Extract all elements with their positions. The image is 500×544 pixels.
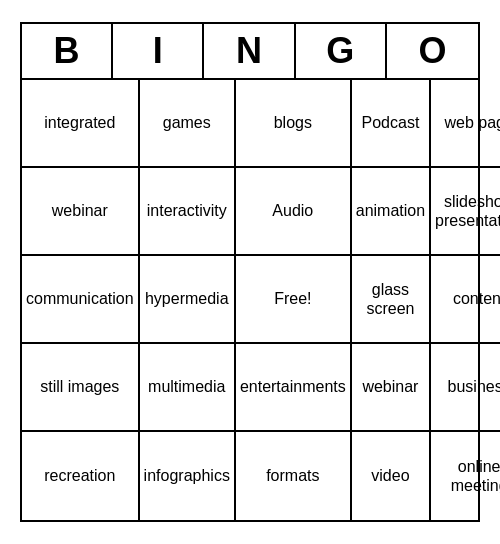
cell-text: content xyxy=(453,289,500,308)
cell-text: multimedia xyxy=(148,377,225,396)
cell-text: blogs xyxy=(274,113,312,132)
cell-text: Free! xyxy=(274,289,311,308)
bingo-cell: interactivity xyxy=(140,168,236,256)
header-letter: G xyxy=(296,24,387,78)
bingo-cell: glass screen xyxy=(352,256,431,344)
bingo-cell: multimedia xyxy=(140,344,236,432)
cell-text: animation xyxy=(356,201,425,220)
cell-text: webinar xyxy=(52,201,108,220)
bingo-cell: blogs xyxy=(236,80,352,168)
cell-text: web page xyxy=(444,113,500,132)
bingo-cell: recreation xyxy=(22,432,140,520)
cell-text: still images xyxy=(40,377,119,396)
bingo-cell: communication xyxy=(22,256,140,344)
cell-text: glass screen xyxy=(356,280,425,318)
cell-text: Podcast xyxy=(362,113,420,132)
bingo-card: BINGO integratedgamesblogsPodcastweb pag… xyxy=(20,22,480,522)
cell-text: games xyxy=(163,113,211,132)
header-letter: N xyxy=(204,24,295,78)
cell-text: business xyxy=(448,377,500,396)
bingo-cell: content xyxy=(431,256,500,344)
bingo-cell: animation xyxy=(352,168,431,256)
cell-text: Audio xyxy=(272,201,313,220)
bingo-cell: games xyxy=(140,80,236,168)
bingo-cell: still images xyxy=(22,344,140,432)
bingo-cell: formats xyxy=(236,432,352,520)
cell-text: video xyxy=(371,466,409,485)
cell-text: webinar xyxy=(362,377,418,396)
bingo-cell: business xyxy=(431,344,500,432)
cell-text: formats xyxy=(266,466,319,485)
bingo-cell: web page xyxy=(431,80,500,168)
header-letter: B xyxy=(22,24,113,78)
cell-text: interactivity xyxy=(147,201,227,220)
cell-text: communication xyxy=(26,289,134,308)
cell-text: recreation xyxy=(44,466,115,485)
cell-text: slideshow presentation xyxy=(435,192,500,230)
cell-text: entertainments xyxy=(240,377,346,396)
bingo-cell: online meeting xyxy=(431,432,500,520)
cell-text: infographics xyxy=(144,466,230,485)
bingo-cell: Audio xyxy=(236,168,352,256)
bingo-header: BINGO xyxy=(22,24,478,80)
bingo-cell: infographics xyxy=(140,432,236,520)
cell-text: hypermedia xyxy=(145,289,229,308)
bingo-grid: integratedgamesblogsPodcastweb pagewebin… xyxy=(22,80,478,520)
cell-text: online meeting xyxy=(435,457,500,495)
bingo-cell: video xyxy=(352,432,431,520)
bingo-cell: webinar xyxy=(352,344,431,432)
bingo-cell: Podcast xyxy=(352,80,431,168)
bingo-cell: integrated xyxy=(22,80,140,168)
bingo-cell: slideshow presentation xyxy=(431,168,500,256)
header-letter: I xyxy=(113,24,204,78)
cell-text: integrated xyxy=(44,113,115,132)
bingo-cell: entertainments xyxy=(236,344,352,432)
bingo-cell: Free! xyxy=(236,256,352,344)
bingo-cell: hypermedia xyxy=(140,256,236,344)
header-letter: O xyxy=(387,24,478,78)
bingo-cell: webinar xyxy=(22,168,140,256)
